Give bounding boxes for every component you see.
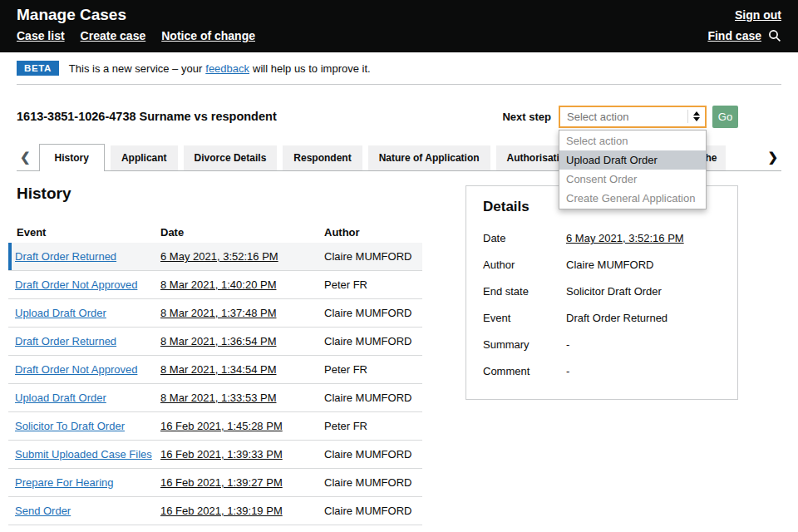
tab-nature-of-application[interactable]: Nature of Application [368, 145, 490, 170]
event-cell: Submit Uploaded Case Files [8, 448, 160, 461]
nav-link-case-list[interactable]: Case list [17, 29, 65, 42]
details-value[interactable]: 6 May 2021, 3:52:16 PM [566, 232, 721, 244]
event-link[interactable]: Solicitor To Draft Order [15, 420, 125, 432]
next-step-control: Next step Select action Select actionUpl… [502, 106, 738, 128]
event-cell: Upload Draft Order [8, 392, 160, 404]
details-value: - [566, 365, 721, 377]
details-field-summary: Summary- [483, 338, 721, 351]
next-step-select[interactable]: Select action [559, 106, 707, 128]
event-cell: Draft Order Not Approved [8, 363, 160, 376]
date-link[interactable]: 8 Mar 2021, 1:34:54 PM [160, 363, 276, 376]
date-link[interactable]: 8 Mar 2021, 1:36:54 PM [160, 335, 276, 347]
details-field-end-state: End stateSolicitor Draft Order [483, 285, 721, 298]
details-label: Author [483, 259, 566, 271]
dropdown-option-create-general-application[interactable]: Create General Application [559, 189, 706, 208]
dropdown-option-upload-draft-order[interactable]: Upload Draft Order [559, 150, 706, 170]
event-cell: Draft Order Not Approved [8, 278, 160, 291]
event-link[interactable]: Draft Order Not Approved [15, 278, 137, 291]
feedback-link[interactable]: feedback [205, 62, 249, 75]
primary-nav: Case listCreate caseNotice of change [17, 29, 255, 42]
date-link[interactable]: 16 Feb 2021, 1:39:19 PM [160, 505, 283, 517]
history-col-date: Date [160, 226, 324, 239]
details-field-author: AuthorClaire MUMFORD [483, 259, 721, 271]
app-title: Manage Cases [17, 6, 126, 24]
find-case-link[interactable]: Find case [707, 29, 761, 42]
details-label: Summary [483, 338, 566, 351]
date-cell: 16 Feb 2021, 1:39:27 PM [160, 476, 324, 489]
details-value: Solicitor Draft Order [566, 285, 721, 298]
app-header: Manage Cases Sign out Case listCreate ca… [0, 0, 798, 52]
search-icon[interactable] [768, 29, 781, 42]
author-cell: Claire MUMFORD [324, 505, 422, 517]
table-row[interactable]: Upload Draft Order8 Mar 2021, 1:37:48 PM… [8, 299, 422, 328]
date-cell: 8 Mar 2021, 1:37:48 PM [160, 307, 324, 319]
author-cell: Claire MUMFORD [324, 307, 422, 319]
event-cell: Solicitor To Draft Order [8, 420, 160, 432]
event-link[interactable]: Prepare For Hearing [15, 476, 114, 489]
table-row[interactable]: Draft Order Returned6 May 2021, 3:52:16 … [8, 243, 422, 271]
chevron-left-icon[interactable]: ❮ [17, 146, 34, 168]
author-cell: Claire MUMFORD [324, 335, 422, 347]
dropdown-option-consent-order[interactable]: Consent Order [559, 170, 706, 189]
date-link[interactable]: 16 Feb 2021, 1:39:33 PM [160, 448, 283, 461]
tab-applicant[interactable]: Applicant [111, 145, 178, 170]
event-link[interactable]: Submit Uploaded Case Files [15, 448, 152, 461]
beta-badge: BETA [17, 61, 59, 76]
details-value: Draft Order Returned [566, 312, 721, 324]
date-link[interactable]: 16 Feb 2021, 1:45:28 PM [160, 420, 283, 432]
history-table-header: EventDateAuthor [8, 221, 422, 243]
sign-out-link[interactable]: Sign out [735, 8, 781, 22]
details-field-event: EventDraft Order Returned [483, 312, 721, 324]
table-row[interactable]: Submit Uploaded Case Files16 Feb 2021, 1… [8, 441, 422, 469]
case-header: 1613-3851-1026-4738 Surname vs responden… [17, 100, 781, 133]
table-row[interactable]: Draft Order Returned8 Mar 2021, 1:36:54 … [8, 328, 422, 356]
date-link[interactable]: 6 May 2021, 3:52:16 PM [160, 250, 278, 263]
event-link[interactable]: Upload Draft Order [15, 307, 106, 319]
date-cell: 6 May 2021, 3:52:16 PM [160, 250, 324, 263]
event-cell: Send Order [8, 505, 160, 517]
author-cell: Peter FR [324, 420, 422, 432]
event-link[interactable]: Draft Order Returned [15, 335, 116, 347]
date-cell: 16 Feb 2021, 1:39:19 PM [160, 505, 324, 517]
date-cell: 8 Mar 2021, 1:33:53 PM [160, 392, 324, 404]
select-spinner-icon [687, 110, 700, 123]
date-cell: 8 Mar 2021, 1:36:54 PM [160, 335, 324, 347]
case-title: 1613-3851-1026-4738 Surname vs responden… [17, 110, 277, 123]
beta-text-before: This is a new service – your [69, 62, 202, 75]
details-field-comment: Comment- [483, 365, 721, 377]
date-link[interactable]: 8 Mar 2021, 1:33:53 PM [160, 392, 276, 404]
date-cell: 8 Mar 2021, 1:40:20 PM [160, 278, 324, 291]
table-row[interactable]: Draft Order Not Approved8 Mar 2021, 1:34… [8, 356, 422, 384]
date-cell: 16 Feb 2021, 1:45:28 PM [160, 420, 324, 432]
author-cell: Peter FR [324, 363, 422, 376]
history-section: History EventDateAuthor Draft Order Retu… [17, 185, 432, 525]
table-row[interactable]: Prepare For Hearing16 Feb 2021, 1:39:27 … [8, 469, 422, 497]
event-cell: Draft Order Returned [8, 250, 160, 263]
tab-respondent[interactable]: Respondent [283, 145, 362, 170]
event-link[interactable]: Draft Order Returned [15, 250, 116, 263]
event-link[interactable]: Send Order [15, 505, 71, 517]
details-value: Claire MUMFORD [566, 259, 721, 271]
history-col-event: Event [8, 226, 160, 239]
tab-history[interactable]: History [39, 144, 105, 171]
nav-link-notice-of-change[interactable]: Notice of change [161, 29, 255, 42]
event-link[interactable]: Upload Draft Order [15, 392, 106, 404]
author-cell: Claire MUMFORD [324, 250, 422, 263]
go-button[interactable]: Go [712, 106, 738, 128]
date-link[interactable]: 8 Mar 2021, 1:40:20 PM [160, 278, 276, 291]
event-link[interactable]: Draft Order Not Approved [15, 363, 137, 376]
date-cell: 16 Feb 2021, 1:39:33 PM [160, 448, 324, 461]
beta-banner-text: This is a new service – yourfeedbackwill… [69, 62, 371, 75]
event-cell: Draft Order Returned [8, 335, 160, 347]
chevron-right-icon[interactable]: ❯ [764, 146, 781, 168]
tab-divorce-details[interactable]: Divorce Details [184, 145, 278, 170]
table-row[interactable]: Solicitor To Draft Order16 Feb 2021, 1:4… [8, 412, 422, 441]
nav-link-create-case[interactable]: Create case [81, 29, 146, 42]
table-row[interactable]: Send Order16 Feb 2021, 1:39:19 PMClaire … [8, 497, 422, 525]
table-row[interactable]: Upload Draft Order8 Mar 2021, 1:33:53 PM… [8, 384, 422, 412]
date-link[interactable]: 16 Feb 2021, 1:39:27 PM [160, 476, 283, 489]
next-step-dropdown: Select actionUpload Draft OrderConsent O… [559, 130, 707, 209]
date-link[interactable]: 8 Mar 2021, 1:37:48 PM [160, 307, 276, 319]
table-row[interactable]: Draft Order Not Approved8 Mar 2021, 1:40… [8, 271, 422, 299]
dropdown-option-select-action[interactable]: Select action [559, 131, 706, 150]
